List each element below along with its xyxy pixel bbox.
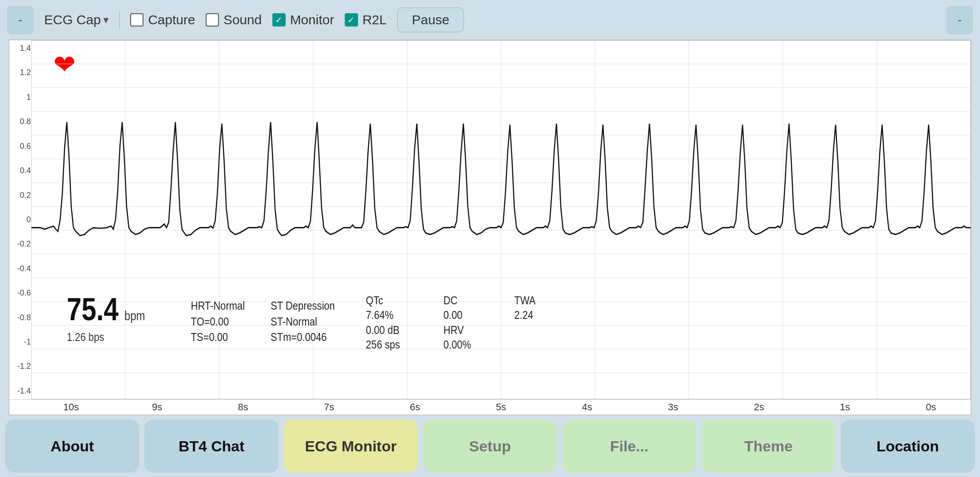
time-label-9s: 9s [117,401,197,413]
svg-text:bpm: bpm [124,309,145,323]
capture-checkbox-item[interactable]: Capture [130,12,195,27]
time-label-5s: 5s [461,401,541,413]
r2l-checkbox-item[interactable]: ✓ R2L [345,12,387,27]
time-label-0s: 0s [891,401,971,413]
capture-label: Capture [148,12,195,27]
time-label-8s: 8s [204,401,283,413]
monitor-checkbox[interactable]: ✓ [272,13,286,26]
chart-inner: ❤ 1.4 1.2 1 0.8 0.6 0.4 0.2 0 -0.2 -0.4 … [9,40,971,415]
monitor-label: Monitor [290,12,334,27]
time-label-7s: 7s [289,401,369,413]
y-label: -1.4 [11,386,31,396]
time-axis: 10s 9s 8s 7s 6s 5s 4s 3s 2s 1s 0s [9,399,971,415]
svg-text:QTc: QTc [366,294,383,307]
tab-theme[interactable]: Theme [701,420,835,473]
svg-text:ST-Normal: ST-Normal [271,315,317,328]
y-axis: 1.4 1.2 1 0.8 0.6 0.4 0.2 0 -0.2 -0.4 -0… [9,40,31,399]
y-label: 0.6 [11,142,31,151]
y-label: 0.2 [11,191,31,200]
y-label: 0.8 [11,117,31,126]
svg-text:7.64%: 7.64% [366,308,394,321]
right-side-button[interactable]: - [946,6,973,34]
svg-text:TO=0.00: TO=0.00 [191,315,229,328]
r2l-checkbox[interactable]: ✓ [345,13,358,26]
svg-text:1.26 bps: 1.26 bps [67,331,104,344]
sound-checkbox[interactable] [206,13,219,26]
ecg-waveform: 75.4 bpm 1.26 bps HRT-Normal TO=0.00 TS=… [31,40,971,399]
y-label: -0.2 [11,239,31,249]
tab-bt4chat[interactable]: BT4 Chat [144,420,278,473]
chart-container: ❤ 1.4 1.2 1 0.8 0.6 0.4 0.2 0 -0.2 -0.4 … [0,40,980,415]
svg-text:HRV: HRV [444,323,464,336]
sound-checkbox-item[interactable]: Sound [206,12,262,27]
y-label: -1 [11,337,31,347]
time-label-2s: 2s [719,401,799,413]
svg-text:HRT-Normal: HRT-Normal [191,299,245,312]
time-label-3s: 3s [633,401,713,413]
time-label-4s: 4s [547,401,627,413]
svg-text:2.24: 2.24 [514,308,533,321]
app-title: ECG Cap [44,12,101,27]
svg-text:256 sps: 256 sps [366,338,400,351]
svg-text:DC: DC [444,294,458,307]
left-side-button[interactable]: - [7,6,34,34]
bottom-tabs: About BT4 Chat ECG Monitor Setup File...… [0,415,980,477]
toolbar: - ECG Cap ▾ Capture Sound ✓ Monitor ✓ R2… [0,0,980,40]
tab-file[interactable]: File... [562,420,696,473]
chart-svg-wrapper: ❤ 1.4 1.2 1 0.8 0.6 0.4 0.2 0 -0.2 -0.4 … [9,40,971,399]
svg-text:TWA: TWA [514,294,536,307]
svg-text:0.00 dB: 0.00 dB [366,323,400,336]
tab-ecgmonitor[interactable]: ECG Monitor [284,420,418,473]
y-label: -0.4 [11,264,31,273]
y-label: -1.2 [11,362,31,371]
svg-text:STm=0.0046: STm=0.0046 [271,331,327,344]
y-label: -0.8 [11,313,31,322]
svg-text:0.00: 0.00 [444,308,463,321]
y-label: 1.4 [11,44,31,53]
tab-location[interactable]: Location [841,420,975,473]
time-label-1s: 1s [805,401,885,413]
time-label-6s: 6s [375,401,455,413]
y-label: 1.2 [11,68,31,77]
toolbar-divider-1 [119,11,120,29]
svg-text:75.4: 75.4 [67,292,118,327]
y-label: 1 [11,93,31,102]
dropdown-arrow-icon[interactable]: ▾ [103,14,109,26]
tab-about[interactable]: About [5,420,139,473]
y-label: -0.6 [11,288,31,298]
y-label: 0.4 [11,166,31,175]
svg-text:TS=0.00: TS=0.00 [191,331,228,344]
pause-button[interactable]: Pause [397,8,464,32]
app-title-section: ECG Cap ▾ [44,12,109,27]
r2l-label: R2L [362,12,387,27]
sound-label: Sound [223,12,262,27]
capture-checkbox[interactable] [130,13,143,26]
y-label: 0 [11,215,31,224]
svg-text:0.00%: 0.00% [444,338,471,351]
monitor-checkbox-item[interactable]: ✓ Monitor [272,12,334,27]
svg-text:ST Depression: ST Depression [271,299,335,312]
time-label-10s: 10s [31,401,111,413]
tab-setup[interactable]: Setup [423,420,557,473]
